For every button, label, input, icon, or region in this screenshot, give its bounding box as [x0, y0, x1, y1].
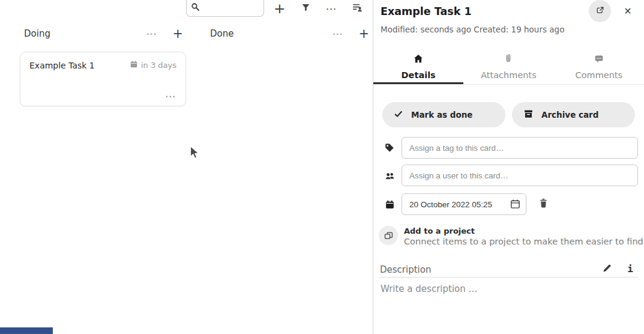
pencil-icon [602, 263, 612, 276]
search-input[interactable] [202, 2, 260, 14]
add-card-button[interactable]: + [271, 0, 288, 17]
users-icon [384, 169, 396, 181]
task-card[interactable]: Example Task 1 in 3 days ⋯ [20, 52, 186, 106]
card-actions: Mark as done Archive card [382, 102, 635, 127]
filter-icon [301, 2, 311, 15]
tab-details[interactable]: Details [373, 50, 463, 84]
card-due-label: in 3 days [141, 61, 176, 70]
comment-icon [594, 53, 604, 66]
calendar-picker-icon[interactable] [510, 198, 521, 212]
description-label: Description [380, 264, 431, 275]
tab-comments[interactable]: Comments [554, 50, 644, 84]
column-title: Doing [24, 28, 146, 39]
column-done: Done ⋯ + [206, 25, 372, 42]
assign-tag-input[interactable] [402, 137, 638, 159]
card-title: Example Task 1 [29, 61, 95, 70]
mark-as-done-label: Mark as done [411, 110, 472, 120]
project-title: Add to a project [404, 226, 643, 235]
calendar-icon [384, 198, 396, 210]
project-text: Add to a project Connect items to a proj… [404, 226, 643, 246]
panel-meta: Modified: seconds ago Created: 19 hours … [381, 25, 564, 34]
remove-due-date-button[interactable] [535, 196, 551, 212]
column-more-button[interactable]: ⋯ [146, 29, 157, 39]
home-icon [413, 53, 424, 66]
column-add-button[interactable]: + [172, 28, 183, 40]
tab-attachments[interactable]: Attachments [463, 50, 553, 84]
card-detail-panel: Example Task 1 Modified: seconds ago Cre… [373, 0, 644, 334]
column-more-button[interactable]: ⋯ [332, 29, 343, 39]
due-date-input[interactable] [402, 193, 526, 215]
user-row [384, 165, 638, 186]
paperclip-icon [503, 53, 514, 66]
due-date-row [384, 193, 551, 215]
archive-card-label: Archive card [541, 110, 598, 120]
my-cards-filter-button[interactable] [349, 0, 366, 17]
card-due: in 3 days [130, 60, 176, 70]
app-window: + ⋯ Doing ⋯ + Example Task 1 [0, 0, 644, 334]
check-icon [394, 109, 403, 121]
mark-as-done-button[interactable]: Mark as done [382, 102, 505, 127]
project-subtitle: Connect items to a project to make them … [404, 237, 643, 246]
assign-user-input[interactable] [402, 165, 638, 186]
search-box[interactable] [186, 0, 264, 17]
calendar-icon [130, 60, 138, 70]
tag-icon [384, 142, 396, 154]
add-to-project-row[interactable]: Add to a project Connect items to a proj… [379, 226, 643, 246]
tag-row [384, 137, 638, 159]
column-doing-header: Doing ⋯ + [20, 25, 186, 42]
due-date-box [402, 193, 526, 215]
board-more-options-button[interactable]: ⋯ [323, 0, 340, 17]
panel-title: Example Task 1 [381, 5, 472, 17]
panel-tabs: Details Attachments Comments [373, 50, 644, 85]
archive-card-button[interactable]: Archive card [512, 102, 635, 127]
tab-label: Comments [576, 70, 623, 80]
description-separator [380, 277, 638, 278]
add-icon: + [274, 2, 285, 16]
card-more-button[interactable]: ⋯ [165, 90, 176, 102]
more-options-icon: ⋯ [326, 2, 337, 15]
search-icon [191, 2, 200, 14]
card-header: Example Task 1 in 3 days [29, 60, 176, 70]
column-doing: Doing ⋯ + Example Task 1 in 3 days ⋯ [20, 25, 186, 106]
column-add-button[interactable]: + [358, 28, 369, 40]
tab-label: Details [402, 70, 436, 80]
filter-button[interactable] [297, 0, 314, 17]
open-external-icon [595, 5, 605, 17]
project-stack-icon [379, 226, 398, 245]
column-title: Done [210, 28, 332, 39]
my-cards-icon [352, 2, 363, 16]
info-icon: i [627, 263, 633, 275]
open-external-button[interactable] [589, 0, 611, 22]
mouse-cursor [190, 145, 200, 162]
column-done-header: Done ⋯ + [206, 25, 372, 42]
description-placeholder[interactable]: Write a description … [381, 284, 633, 294]
trash-icon [538, 198, 549, 211]
description-info-button[interactable]: i [625, 261, 635, 276]
archive-icon [523, 109, 534, 121]
bottom-left-partial-element [0, 327, 53, 334]
tab-label: Attachments [481, 70, 537, 80]
close-icon: ✕ [624, 5, 631, 17]
edit-description-button[interactable] [600, 263, 613, 276]
close-panel-button[interactable]: ✕ [621, 4, 635, 18]
